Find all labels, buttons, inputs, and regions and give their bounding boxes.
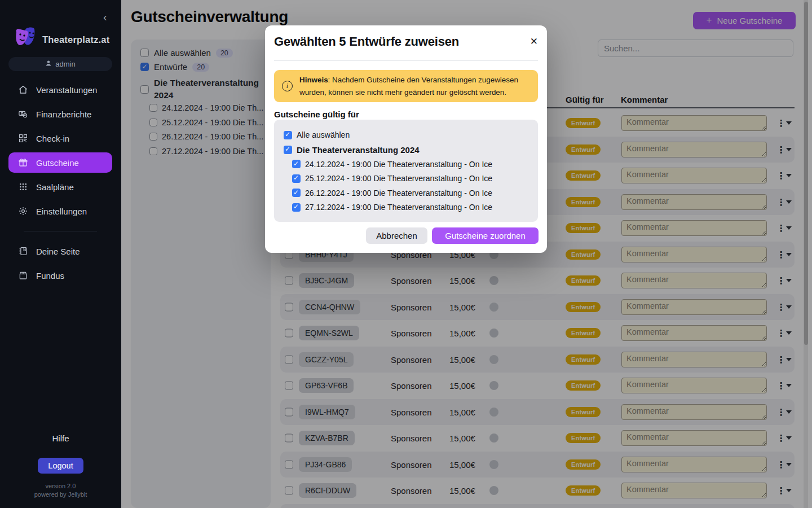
modal-date-item: 27.12.2024 - 19:00 Die Theaterveranstalt… [292,202,492,213]
sidebar-item-finanzberichte[interactable]: Finanzberichte [8,104,112,124]
version-text: version 2.0 [0,483,121,489]
event-label: Die Theaterveranstaltung 2024 [297,145,420,155]
date-label: 24.12.2024 - 19:00 Die Theaterveranstalt… [305,160,492,169]
box-icon [18,270,28,281]
date-checkbox[interactable] [292,160,301,168]
user-name: admin [55,60,75,68]
cancel-button[interactable]: Abbrechen [366,227,427,244]
select-all-checkbox[interactable] [284,131,292,139]
sidebar-item-label: Veranstaltungen [36,85,97,95]
date-label: 25.12.2024 - 19:00 Die Theaterveranstalt… [305,174,492,183]
sidebar-item-saalplaene[interactable]: Saalpläne [8,177,112,197]
sidebar-divider [24,231,97,231]
modal-date-item: 25.12.2024 - 19:00 Die Theaterveranstalt… [292,173,492,184]
qr-code-icon [18,133,28,143]
modal-date-item: 26.12.2024 - 19:00 Die Theaterveranstalt… [292,187,492,199]
assign-vouchers-button[interactable]: Gutscheine zuordnen [432,227,539,244]
close-icon[interactable]: ✕ [530,37,538,46]
sidebar-item-deine-seite[interactable]: Deine Seite [8,241,112,261]
assign-drafts-modal: Gewählten 5 Entwürfe zuweisen ✕ i Hinwei… [265,25,547,253]
sidebar-item-label: Gutscheine [36,158,79,168]
book-icon [18,246,28,256]
sidebar-item-fundus[interactable]: Fundus [8,265,112,286]
primary-nav: Veranstaltungen Finanzberichte Check-in … [8,80,112,225]
event-checkbox[interactable] [284,146,292,154]
sidebar-item-label: Finanzberichte [36,110,91,119]
brand-name: Theaterplatz.at [42,34,109,45]
seat-grid-icon [18,182,28,192]
modal-event: Die Theaterveranstaltung 2024 [284,144,420,155]
select-all-label: Alle auswählen [297,130,350,139]
event-options-box: Alle auswählen Die Theaterveranstaltung … [274,120,538,222]
sidebar-item-label: Deine Seite [36,247,80,256]
modal-divider [274,60,538,61]
powered-by-text: powered by Jellybit [0,491,121,498]
logout-button[interactable]: Logout [38,458,83,474]
secondary-nav: Deine Seite Fundus [8,241,112,290]
modal-date-item: 24.12.2024 - 19:00 Die Theaterveranstalt… [292,159,492,170]
user-icon [45,60,52,68]
help-link[interactable]: Hilfe [0,433,121,443]
date-checkbox[interactable] [292,174,301,183]
money-icon [18,109,28,119]
sidebar-item-label: Einstellungen [36,207,87,216]
theater-masks-logo [15,25,38,54]
sidebar-item-check-in[interactable]: Check-in [8,128,112,148]
date-checkbox[interactable] [292,189,301,197]
gift-icon [18,157,28,168]
date-label: 26.12.2024 - 19:00 Die Theaterveranstalt… [305,189,492,198]
modal-title: Gewählten 5 Entwürfe zuweisen [274,34,459,49]
gear-icon [18,206,28,216]
date-checkbox[interactable] [292,203,301,212]
sidebar-item-gutscheine[interactable]: Gutscheine [8,152,112,173]
info-icon: i [282,81,293,91]
notice-text: : Nachdem Gutscheine den Veranstaltungen… [299,76,518,97]
sidebar-item-label: Fundus [36,271,64,281]
valid-for-section-label: Gutscheine gültig für [274,110,359,119]
sidebar: ‹ Theaterplatz.at admin Veranstaltungen … [0,0,121,508]
notice-banner: i Hinweis: Nachdem Gutscheine den Verans… [274,70,538,102]
admin-user-badge[interactable]: admin [8,57,112,71]
sidebar-item-einstellungen[interactable]: Einstellungen [8,201,112,221]
sidebar-collapse-button[interactable]: ‹ [103,11,107,24]
sidebar-item-veranstaltungen[interactable]: Veranstaltungen [8,80,112,100]
sidebar-item-label: Saalpläne [36,182,74,192]
home-icon [18,85,28,95]
notice-label: Hinweis [299,76,328,84]
modal-select-all: Alle auswählen [284,129,350,141]
sidebar-item-label: Check-in [36,134,69,143]
date-label: 27.12.2024 - 19:00 Die Theaterveranstalt… [305,203,492,212]
